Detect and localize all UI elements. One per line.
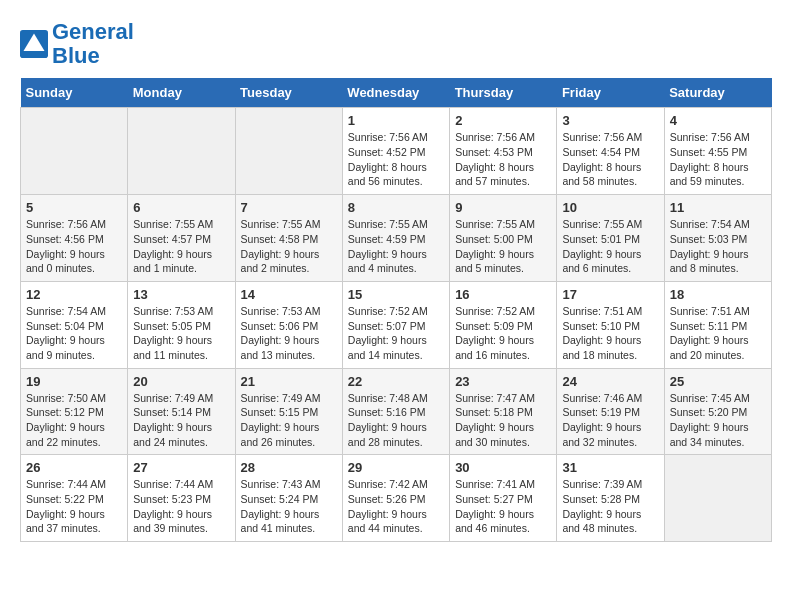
day-info: Sunrise: 7:54 AMSunset: 5:04 PMDaylight:… [26, 304, 122, 363]
day-info: Sunrise: 7:42 AMSunset: 5:26 PMDaylight:… [348, 477, 444, 536]
day-info: Sunrise: 7:55 AMSunset: 5:00 PMDaylight:… [455, 217, 551, 276]
calendar-cell: 12Sunrise: 7:54 AMSunset: 5:04 PMDayligh… [21, 281, 128, 368]
day-number: 23 [455, 374, 551, 389]
day-number: 18 [670, 287, 766, 302]
day-number: 8 [348, 200, 444, 215]
day-info: Sunrise: 7:50 AMSunset: 5:12 PMDaylight:… [26, 391, 122, 450]
calendar-cell: 22Sunrise: 7:48 AMSunset: 5:16 PMDayligh… [342, 368, 449, 455]
day-number: 3 [562, 113, 658, 128]
day-number: 9 [455, 200, 551, 215]
day-number: 24 [562, 374, 658, 389]
calendar-cell: 21Sunrise: 7:49 AMSunset: 5:15 PMDayligh… [235, 368, 342, 455]
day-info: Sunrise: 7:55 AMSunset: 4:57 PMDaylight:… [133, 217, 229, 276]
day-number: 21 [241, 374, 337, 389]
calendar-cell: 29Sunrise: 7:42 AMSunset: 5:26 PMDayligh… [342, 455, 449, 542]
calendar-cell: 6Sunrise: 7:55 AMSunset: 4:57 PMDaylight… [128, 195, 235, 282]
calendar-table: SundayMondayTuesdayWednesdayThursdayFrid… [20, 78, 772, 542]
day-number: 19 [26, 374, 122, 389]
day-info: Sunrise: 7:49 AMSunset: 5:15 PMDaylight:… [241, 391, 337, 450]
calendar-body: 1Sunrise: 7:56 AMSunset: 4:52 PMDaylight… [21, 108, 772, 542]
day-of-week-friday: Friday [557, 78, 664, 108]
calendar-cell: 16Sunrise: 7:52 AMSunset: 5:09 PMDayligh… [450, 281, 557, 368]
day-info: Sunrise: 7:56 AMSunset: 4:53 PMDaylight:… [455, 130, 551, 189]
day-info: Sunrise: 7:47 AMSunset: 5:18 PMDaylight:… [455, 391, 551, 450]
days-header-row: SundayMondayTuesdayWednesdayThursdayFrid… [21, 78, 772, 108]
logo-text: General Blue [52, 20, 134, 68]
calendar-cell: 9Sunrise: 7:55 AMSunset: 5:00 PMDaylight… [450, 195, 557, 282]
calendar-cell: 7Sunrise: 7:55 AMSunset: 4:58 PMDaylight… [235, 195, 342, 282]
logo-icon [20, 30, 48, 58]
day-info: Sunrise: 7:55 AMSunset: 4:58 PMDaylight:… [241, 217, 337, 276]
calendar-week-1: 1Sunrise: 7:56 AMSunset: 4:52 PMDaylight… [21, 108, 772, 195]
day-number: 11 [670, 200, 766, 215]
calendar-cell: 17Sunrise: 7:51 AMSunset: 5:10 PMDayligh… [557, 281, 664, 368]
day-number: 7 [241, 200, 337, 215]
day-number: 20 [133, 374, 229, 389]
day-info: Sunrise: 7:51 AMSunset: 5:11 PMDaylight:… [670, 304, 766, 363]
calendar-cell: 8Sunrise: 7:55 AMSunset: 4:59 PMDaylight… [342, 195, 449, 282]
calendar-cell: 1Sunrise: 7:56 AMSunset: 4:52 PMDaylight… [342, 108, 449, 195]
day-of-week-thursday: Thursday [450, 78, 557, 108]
calendar-cell [235, 108, 342, 195]
day-info: Sunrise: 7:55 AMSunset: 5:01 PMDaylight:… [562, 217, 658, 276]
day-of-week-saturday: Saturday [664, 78, 771, 108]
calendar-week-3: 12Sunrise: 7:54 AMSunset: 5:04 PMDayligh… [21, 281, 772, 368]
day-number: 14 [241, 287, 337, 302]
day-number: 28 [241, 460, 337, 475]
page-header: General Blue [20, 20, 772, 68]
day-number: 10 [562, 200, 658, 215]
day-info: Sunrise: 7:39 AMSunset: 5:28 PMDaylight:… [562, 477, 658, 536]
day-info: Sunrise: 7:56 AMSunset: 4:52 PMDaylight:… [348, 130, 444, 189]
calendar-cell: 19Sunrise: 7:50 AMSunset: 5:12 PMDayligh… [21, 368, 128, 455]
calendar-cell: 18Sunrise: 7:51 AMSunset: 5:11 PMDayligh… [664, 281, 771, 368]
day-number: 29 [348, 460, 444, 475]
day-info: Sunrise: 7:51 AMSunset: 5:10 PMDaylight:… [562, 304, 658, 363]
calendar-cell: 28Sunrise: 7:43 AMSunset: 5:24 PMDayligh… [235, 455, 342, 542]
day-number: 5 [26, 200, 122, 215]
day-info: Sunrise: 7:56 AMSunset: 4:55 PMDaylight:… [670, 130, 766, 189]
day-number: 13 [133, 287, 229, 302]
calendar-cell: 4Sunrise: 7:56 AMSunset: 4:55 PMDaylight… [664, 108, 771, 195]
calendar-cell [21, 108, 128, 195]
day-number: 31 [562, 460, 658, 475]
day-info: Sunrise: 7:56 AMSunset: 4:56 PMDaylight:… [26, 217, 122, 276]
calendar-cell: 11Sunrise: 7:54 AMSunset: 5:03 PMDayligh… [664, 195, 771, 282]
calendar-cell: 2Sunrise: 7:56 AMSunset: 4:53 PMDaylight… [450, 108, 557, 195]
day-of-week-sunday: Sunday [21, 78, 128, 108]
day-number: 4 [670, 113, 766, 128]
day-of-week-monday: Monday [128, 78, 235, 108]
day-info: Sunrise: 7:45 AMSunset: 5:20 PMDaylight:… [670, 391, 766, 450]
calendar-cell: 24Sunrise: 7:46 AMSunset: 5:19 PMDayligh… [557, 368, 664, 455]
day-number: 25 [670, 374, 766, 389]
logo: General Blue [20, 20, 134, 68]
calendar-cell: 31Sunrise: 7:39 AMSunset: 5:28 PMDayligh… [557, 455, 664, 542]
day-info: Sunrise: 7:54 AMSunset: 5:03 PMDaylight:… [670, 217, 766, 276]
calendar-cell: 14Sunrise: 7:53 AMSunset: 5:06 PMDayligh… [235, 281, 342, 368]
day-number: 22 [348, 374, 444, 389]
day-number: 30 [455, 460, 551, 475]
calendar-cell: 5Sunrise: 7:56 AMSunset: 4:56 PMDaylight… [21, 195, 128, 282]
calendar-cell: 15Sunrise: 7:52 AMSunset: 5:07 PMDayligh… [342, 281, 449, 368]
calendar-cell: 25Sunrise: 7:45 AMSunset: 5:20 PMDayligh… [664, 368, 771, 455]
day-number: 6 [133, 200, 229, 215]
day-info: Sunrise: 7:49 AMSunset: 5:14 PMDaylight:… [133, 391, 229, 450]
day-info: Sunrise: 7:53 AMSunset: 5:05 PMDaylight:… [133, 304, 229, 363]
calendar-cell: 13Sunrise: 7:53 AMSunset: 5:05 PMDayligh… [128, 281, 235, 368]
day-info: Sunrise: 7:55 AMSunset: 4:59 PMDaylight:… [348, 217, 444, 276]
calendar-week-5: 26Sunrise: 7:44 AMSunset: 5:22 PMDayligh… [21, 455, 772, 542]
day-info: Sunrise: 7:44 AMSunset: 5:22 PMDaylight:… [26, 477, 122, 536]
calendar-cell: 27Sunrise: 7:44 AMSunset: 5:23 PMDayligh… [128, 455, 235, 542]
day-of-week-tuesday: Tuesday [235, 78, 342, 108]
day-number: 17 [562, 287, 658, 302]
day-number: 27 [133, 460, 229, 475]
day-info: Sunrise: 7:41 AMSunset: 5:27 PMDaylight:… [455, 477, 551, 536]
day-info: Sunrise: 7:56 AMSunset: 4:54 PMDaylight:… [562, 130, 658, 189]
calendar-cell: 10Sunrise: 7:55 AMSunset: 5:01 PMDayligh… [557, 195, 664, 282]
calendar-cell: 23Sunrise: 7:47 AMSunset: 5:18 PMDayligh… [450, 368, 557, 455]
calendar-cell: 30Sunrise: 7:41 AMSunset: 5:27 PMDayligh… [450, 455, 557, 542]
calendar-cell: 26Sunrise: 7:44 AMSunset: 5:22 PMDayligh… [21, 455, 128, 542]
day-info: Sunrise: 7:48 AMSunset: 5:16 PMDaylight:… [348, 391, 444, 450]
day-number: 2 [455, 113, 551, 128]
calendar-cell [128, 108, 235, 195]
calendar-cell: 3Sunrise: 7:56 AMSunset: 4:54 PMDaylight… [557, 108, 664, 195]
